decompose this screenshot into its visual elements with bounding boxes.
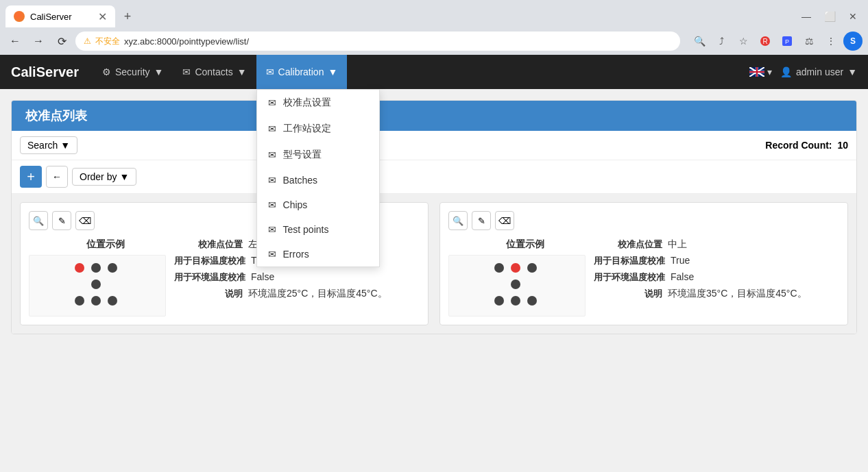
card-0-search-btn[interactable]: 🔍 xyxy=(29,211,48,230)
navbar-contacts[interactable]: ✉ Contacts ▼ xyxy=(173,55,256,89)
svg-text:R: R xyxy=(762,38,767,45)
new-tab-button[interactable]: + xyxy=(118,7,137,26)
menu-item-workstation[interactable]: ✉ 工作站设定 xyxy=(257,116,379,142)
browser-tab[interactable]: CaliServer ✕ xyxy=(5,5,115,27)
workstation-label: 工作站设定 xyxy=(283,123,331,135)
card-0-env-val: False xyxy=(251,271,274,284)
menu-item-batches[interactable]: ✉ Batches xyxy=(257,168,379,192)
card-1-edit-btn[interactable]: ✎ xyxy=(472,211,491,230)
user-icon: 👤 xyxy=(780,66,792,77)
menu-item-errors[interactable]: ✉ Errors xyxy=(257,242,379,266)
svg-text:P: P xyxy=(785,38,789,45)
card-1-env-val: False xyxy=(671,271,694,284)
contacts-envelope-icon: ✉ xyxy=(182,66,191,77)
admin-user-btn[interactable]: 👤 admin user ▼ xyxy=(780,66,857,77)
card-1-diagram xyxy=(448,255,586,316)
extension2-btn[interactable]: P xyxy=(777,32,797,51)
restore-btn[interactable]: ⬜ xyxy=(820,7,839,26)
tab-title: CaliServer xyxy=(30,12,93,22)
menu-item-model-settings[interactable]: ✉ 型号设置 xyxy=(257,142,379,168)
card-1-env-key: 用于环境温度校准 xyxy=(594,271,665,284)
app-content: CaliServer ⚙ Security ▼ ✉ Contacts ▼ ✉ C… xyxy=(0,55,868,472)
navbar: CaliServer ⚙ Security ▼ ✉ Contacts ▼ ✉ C… xyxy=(0,55,868,89)
menu-item-calib-settings[interactable]: ✉ 校准点设置 xyxy=(257,90,379,116)
zoom-btn[interactable]: 🔍 xyxy=(690,32,709,51)
language-selector[interactable]: ▾ xyxy=(749,66,772,77)
navbar-calibration-label: Calibration xyxy=(278,66,324,77)
record-count-display: Record Count: 10 xyxy=(765,140,848,151)
card-1-desc-row: 说明 环境温度35°C，目标温度45°C。 xyxy=(594,288,839,300)
card-0-edit-btn[interactable]: ✎ xyxy=(52,211,71,230)
dot-0-2-1 xyxy=(91,296,101,306)
contacts-dropdown-arrow: ▼ xyxy=(237,66,247,77)
card-1-target-row: 用于目标温度校准 True xyxy=(594,255,839,267)
bookmark-btn[interactable]: ☆ xyxy=(734,32,753,51)
card-0-env-key: 用于环境温度校准 xyxy=(174,271,245,284)
card-0-desc-val: 环境温度25°C，目标温度45°C。 xyxy=(248,288,387,300)
security-dropdown-arrow: ▼ xyxy=(154,66,164,77)
calib-settings-icon: ✉ xyxy=(268,97,276,108)
card-1-position-label: 位置示例 xyxy=(490,238,544,251)
dot-1-0-2 xyxy=(527,263,537,273)
add-button[interactable]: + xyxy=(20,166,42,188)
navbar-calibration[interactable]: ✉ Calibration ▼ ✉ 校准点设置 ✉ 工作站设定 ✉ 型号设置 xyxy=(256,55,348,89)
navbar-security[interactable]: ⚙ Security ▼ xyxy=(93,55,173,89)
card-1-clear-btn[interactable]: ⌫ xyxy=(495,211,514,230)
tab-close-btn[interactable]: ✕ xyxy=(98,10,107,23)
profile-avatar[interactable]: S xyxy=(843,32,863,51)
page-section: 校准点列表 Search ▼ Record Count: 10 + xyxy=(11,100,857,334)
back-button[interactable]: ← xyxy=(46,166,68,188)
security-icon: ⚠ xyxy=(84,36,91,46)
minimize-btn[interactable]: — xyxy=(797,7,816,26)
dot-1-2-0 xyxy=(494,296,504,306)
dot-1-2-1 xyxy=(511,296,520,306)
back-nav-btn[interactable]: ← xyxy=(5,32,25,51)
dot-0-1-2 xyxy=(108,280,117,289)
address-bar[interactable]: ⚠ 不安全 xyz.abc:8000/pointtypeview/list/ xyxy=(75,32,680,51)
dot-0-0-0 xyxy=(75,263,84,273)
calibration-dropdown: ✉ 校准点设置 ✉ 工作站设定 ✉ 型号设置 ✉ Batches xyxy=(256,89,380,267)
order-by-button[interactable]: Order by ▼ xyxy=(72,168,136,186)
dot-1-2-2 xyxy=(527,296,537,306)
dot-0-0-2 xyxy=(108,263,117,273)
calib-settings-label: 校准点设置 xyxy=(283,97,331,109)
security-warning-text: 不安全 xyxy=(95,36,120,47)
card-1-desc-val: 环境温度35°C，目标温度45°C。 xyxy=(668,288,807,300)
test-points-label: Test points xyxy=(283,224,329,235)
close-btn[interactable]: ✕ xyxy=(843,7,863,26)
card-0-diagram xyxy=(29,255,166,316)
menu-item-chips[interactable]: ✉ Chips xyxy=(257,192,379,217)
errors-icon: ✉ xyxy=(268,249,276,260)
page-title: 校准点列表 xyxy=(25,109,87,123)
calibration-dropdown-arrow: ▼ xyxy=(328,66,337,77)
card-0-desc-key: 说明 xyxy=(174,288,243,300)
reload-nav-btn[interactable]: ⟳ xyxy=(52,32,71,51)
card-0-position-section: 位置示例 xyxy=(29,238,166,316)
navbar-brand[interactable]: CaliServer xyxy=(11,64,79,80)
card-0-pos-key: 校准点位置 xyxy=(174,238,243,251)
batches-label: Batches xyxy=(283,175,318,186)
dot-1-0-0 xyxy=(494,263,504,273)
card-1-search-btn[interactable]: 🔍 xyxy=(448,211,468,230)
card-1-desc-key: 说明 xyxy=(594,288,662,300)
menu-btn[interactable]: ⋮ xyxy=(821,32,841,51)
navbar-contacts-label: Contacts xyxy=(195,66,232,77)
admin-dropdown-arrow: ▼ xyxy=(847,66,857,77)
share-btn[interactable]: ⤴ xyxy=(712,32,731,51)
menu-item-test-points[interactable]: ✉ Test points xyxy=(257,217,379,242)
search-button[interactable]: Search ▼ xyxy=(20,136,77,154)
dot-1-0-1 xyxy=(511,263,520,273)
dot-0-2-2 xyxy=(108,296,117,306)
extension1-btn[interactable]: R xyxy=(756,32,775,51)
search-label: Search xyxy=(27,140,58,151)
language-label: ▾ xyxy=(767,66,772,77)
card-1-pos-val: 中上 xyxy=(668,238,687,251)
card-1-info: 校准点位置 中上 用于目标温度校准 True 用于环境温度校准 False xyxy=(594,238,839,304)
card-1-pos-key: 校准点位置 xyxy=(594,238,662,251)
card-0-clear-btn[interactable]: ⌫ xyxy=(75,211,95,230)
forward-nav-btn[interactable]: → xyxy=(29,32,48,51)
search-dropdown-arrow: ▼ xyxy=(60,140,70,151)
admin-label: admin user xyxy=(796,66,843,77)
dot-1-1-1 xyxy=(511,280,520,289)
extensions-btn[interactable]: ⚖ xyxy=(799,32,819,51)
